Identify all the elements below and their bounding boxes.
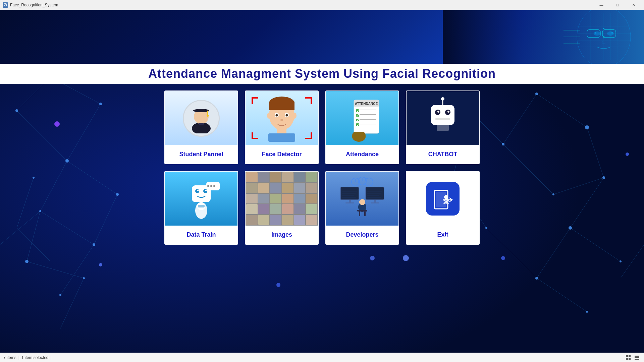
svg-line-6	[40, 211, 94, 245]
svg-rect-190	[635, 359, 639, 360]
svg-point-61	[370, 256, 375, 260]
title-bar-controls: — □ ✕	[594, 0, 641, 10]
svg-rect-185	[629, 355, 631, 357]
svg-rect-156	[371, 202, 379, 203]
title-banner: Attendance Managment System Using Facial…	[0, 64, 644, 84]
student-pannel-label: Student Pannel	[165, 145, 237, 164]
svg-point-129	[437, 111, 439, 113]
minimize-button[interactable]: —	[594, 0, 609, 10]
exit-card[interactable]: Exit	[406, 171, 480, 245]
svg-rect-189	[635, 357, 639, 358]
corner-tl	[252, 97, 258, 104]
status-bar-right	[625, 354, 641, 361]
title-bar-left: Face_Recognition_System	[3, 2, 58, 8]
view-grid-button[interactable]	[625, 354, 632, 361]
svg-point-75	[594, 32, 600, 36]
student-pannel-card[interactable]: Student Pannel	[164, 90, 238, 164]
student-pannel-image	[165, 91, 237, 145]
grid-view-icon	[626, 355, 631, 360]
chatbot-card[interactable]: ChatBot CHATBOT	[406, 90, 480, 164]
header-image	[0, 10, 644, 64]
svg-point-141	[207, 185, 209, 187]
face-detector-label: Face Detector	[246, 145, 318, 164]
svg-point-56	[54, 121, 60, 127]
face-detector-card[interactable]: Face Detector	[245, 90, 319, 164]
svg-line-20	[503, 144, 553, 194]
developers-card[interactable]: Developers	[325, 171, 399, 245]
svg-line-13	[27, 261, 84, 278]
svg-point-130	[447, 111, 449, 113]
svg-rect-131	[435, 118, 450, 120]
svg-rect-126	[431, 105, 454, 125]
svg-point-39	[99, 103, 102, 105]
svg-point-142	[210, 185, 212, 187]
svg-point-47	[502, 143, 504, 145]
svg-point-60	[99, 263, 102, 266]
svg-point-83	[595, 32, 596, 34]
svg-point-177	[444, 195, 448, 199]
list-view-icon	[635, 355, 639, 360]
svg-line-28	[67, 161, 117, 194]
selected-count: 1 item selected	[21, 355, 49, 360]
exit-svg	[431, 187, 454, 210]
exit-icon-wrap	[426, 182, 460, 216]
svg-line-27	[17, 228, 50, 261]
main-title: Attendance Managment System Using Facial…	[148, 67, 496, 81]
svg-line-15	[537, 94, 587, 127]
images-card[interactable]: Images	[245, 171, 319, 245]
svg-rect-90	[207, 111, 208, 115]
data-train-card[interactable]: Data Train	[164, 171, 238, 245]
svg-line-18	[570, 228, 621, 261]
svg-line-30	[621, 245, 644, 278]
svg-line-21	[553, 178, 604, 194]
svg-line-23	[537, 278, 587, 312]
svg-rect-174	[364, 211, 366, 216]
svg-point-54	[116, 193, 119, 196]
window-title: Face_Recognition_System	[10, 3, 58, 7]
svg-point-46	[620, 260, 622, 262]
svg-point-82	[603, 36, 604, 38]
close-button[interactable]: ✕	[626, 0, 641, 10]
svg-point-48	[552, 193, 554, 195]
svg-line-17	[570, 178, 604, 228]
student-icon	[188, 103, 215, 133]
svg-point-37	[59, 294, 61, 296]
data-train-label: Data Train	[165, 226, 237, 244]
svg-line-12	[27, 211, 40, 261]
header-face-graphic	[443, 10, 644, 64]
app-icon	[3, 2, 8, 8]
data-train-image	[165, 172, 237, 226]
svg-point-171	[359, 199, 365, 205]
svg-point-49	[535, 277, 538, 280]
svg-rect-125	[352, 132, 366, 138]
corner-tr	[305, 97, 312, 104]
svg-point-136	[195, 189, 199, 193]
attendance-card[interactable]: ATTENDANCE	[325, 90, 399, 164]
view-list-button[interactable]	[633, 354, 641, 361]
app-window: Attendance Managment System Using Facial…	[0, 10, 644, 362]
svg-rect-186	[626, 358, 628, 360]
svg-rect-146	[198, 205, 205, 207]
svg-point-2	[5, 3, 6, 4]
corner-bl	[252, 132, 258, 139]
svg-point-138	[197, 189, 199, 191]
svg-rect-64	[443, 10, 644, 64]
svg-line-4	[17, 111, 67, 161]
face-detector-image	[246, 91, 318, 145]
svg-text:ATTENDANCE: ATTENDANCE	[355, 102, 378, 106]
svg-point-133	[441, 97, 444, 101]
status-bar: 7 items | 1 item selected |	[0, 353, 644, 362]
svg-line-7	[60, 245, 94, 295]
images-image	[246, 172, 318, 226]
svg-point-59	[276, 283, 280, 287]
svg-point-33	[15, 109, 18, 112]
developers-image	[326, 172, 398, 226]
developers-svg	[335, 174, 389, 224]
svg-line-19	[503, 94, 537, 144]
svg-rect-173	[359, 211, 360, 216]
maximize-button[interactable]: □	[610, 0, 625, 10]
svg-point-63	[501, 256, 505, 260]
face-detector-frame	[249, 95, 315, 142]
svg-rect-134	[437, 124, 449, 131]
svg-point-43	[585, 125, 589, 129]
